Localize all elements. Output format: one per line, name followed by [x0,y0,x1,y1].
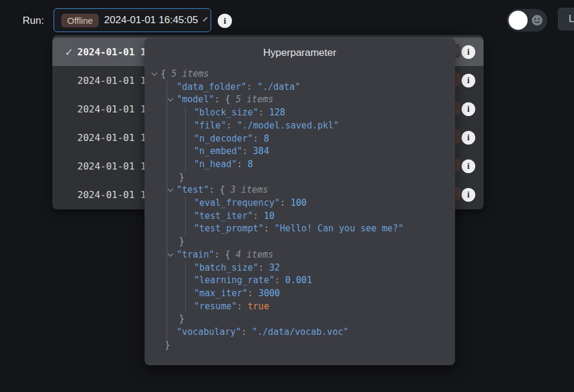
json-number: 3000 [258,288,280,299]
json-number: 8 [264,133,269,144]
run-label: Run: [23,15,44,27]
json-line: { 5 items [152,68,455,81]
run-info-icon[interactable]: i [462,188,475,202]
json-key: "n_embed" [194,146,242,156]
json-number: 0.001 [286,275,312,286]
json-colon: : [253,211,264,221]
json-open-brace: { [219,184,230,195]
json-line: "block_size": 128 [186,106,455,120]
json-close-brace: } [179,236,184,247]
json-item-count: 3 items [230,184,268,195]
json-line: } [167,171,455,184]
run-date-label: 2024-01-01 13 [77,189,152,200]
json-string: "Hello! Can you see me?" [274,223,403,234]
json-line: "n_embed": 384 [186,145,455,158]
json-number: 100 [291,197,307,208]
json-line: "learning_rate": 0.001 [186,274,455,287]
tooltip-title: Hyperparameter [145,38,455,60]
toggle-knob[interactable] [509,11,528,30]
json-key: "n_decoder" [194,133,253,144]
json-line: "model": { 5 items [167,93,455,106]
json-colon: : [280,197,291,208]
json-item-count: 4 items [236,249,273,260]
json-tree: { 5 items"data_folder": "./data""model":… [145,68,455,352]
smiley-icon [531,14,543,29]
json-group: "batch_size": 32"learning_rate": 0.001"m… [185,262,455,313]
json-colon: : [214,249,225,260]
json-key: "block_size" [194,107,258,118]
run-date-label: 2024-01-01 15 [77,132,152,143]
json-colon: : [274,275,285,286]
json-line: } [152,339,455,352]
checkmark-icon: ✓ [61,46,77,58]
run-date-label: 2024-01-01 15 [77,75,152,86]
json-number: 384 [253,146,269,156]
json-open-brace: { [161,68,171,79]
json-colon: : [209,184,219,195]
json-colon: : [226,120,237,131]
json-line: "test_iter": 10 [186,210,455,223]
json-close-brace: } [165,340,170,350]
json-colon: : [237,301,247,312]
theme-toggle[interactable] [507,9,547,32]
run-info-icon[interactable]: i [218,14,232,28]
selected-run-value: 2024-01-01 16:45:05 [104,14,198,26]
run-info-icon[interactable]: i [462,131,475,145]
json-number: 10 [264,211,274,221]
json-close-brace: } [179,172,184,183]
json-line: "resume": true [186,300,455,313]
json-key: "eval_frequency" [194,197,280,208]
json-open-brace: { [225,94,236,105]
json-colon: : [258,262,269,273]
json-colon: : [253,133,264,144]
json-string: "./data" [257,81,300,92]
run-info-icon[interactable]: i [462,74,475,87]
collapse-caret-icon[interactable] [168,184,177,197]
collapse-caret-icon[interactable] [168,249,177,262]
json-group: "eval_frequency": 100"test_iter": 10"tes… [185,197,455,236]
json-item-count: 5 items [171,68,209,79]
run-info-icon[interactable]: i [462,159,475,173]
json-line: "n_head": 8 [186,158,455,171]
json-colon: : [247,288,258,299]
json-line: "test_prompt": "Hello! Can you see me?" [186,222,455,236]
log-button[interactable]: Log [558,8,574,30]
status-badge: Offline [61,14,99,27]
json-open-brace: { [225,249,236,260]
json-colon: : [258,107,269,118]
collapse-caret-icon[interactable] [152,68,161,81]
hyperparameter-tooltip: Hyperparameter { 5 items"data_folder": "… [145,38,455,365]
json-item-count: 5 items [236,94,273,105]
run-date-label: 2024-01-01 15 [77,161,152,172]
json-line: "file": "./model.saved.pkl" [186,120,455,133]
json-boolean: true [247,301,269,312]
json-colon: : [214,94,225,105]
json-line: "batch_size": 32 [186,262,455,275]
json-line: "max_iter": 3000 [186,287,455,300]
json-string: "./data/vocab.voc" [252,327,349,337]
json-line: "n_decoder": 8 [186,133,455,146]
json-line: "test": { 3 items [167,184,455,197]
json-key: "test" [177,184,209,195]
json-key: "learning_rate" [194,275,274,286]
json-group: "data_folder": "./data""model": { 5 item… [167,81,455,339]
json-key: "test_prompt" [194,223,264,234]
json-key: "batch_size" [194,262,258,273]
json-number: 32 [269,262,280,273]
json-colon: : [237,159,247,170]
json-colon: : [264,223,274,234]
collapse-caret-icon[interactable] [168,93,177,106]
json-line: "train": { 4 items [167,249,455,262]
json-key: "data_folder" [177,81,246,92]
json-group: "block_size": 128"file": "./model.saved.… [185,106,455,171]
json-colon: : [246,81,257,92]
run-info-icon[interactable]: i [462,102,475,116]
run-selector-combobox[interactable]: Offline 2024-01-01 16:45:05 [54,8,211,32]
json-close-brace: } [179,313,184,324]
json-number: 8 [247,159,253,170]
run-info-icon[interactable]: i [462,45,475,59]
json-line: } [167,313,455,326]
json-key: "vocabulary" [177,327,241,337]
json-line: "eval_frequency": 100 [186,197,455,210]
json-colon: : [241,327,252,337]
